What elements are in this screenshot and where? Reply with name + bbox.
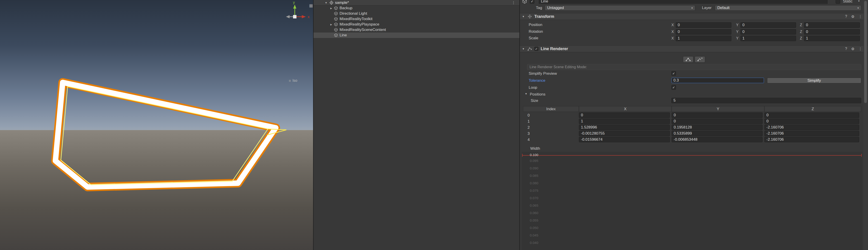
transform-row-rotation: RotationX0Y0Z0 bbox=[520, 29, 868, 35]
positions-foldout-arrow-icon[interactable]: ▼ bbox=[525, 93, 527, 95]
scene-name: sample* bbox=[335, 0, 349, 5]
position-cell-field[interactable]: 0 bbox=[672, 112, 763, 118]
create-points-button[interactable] bbox=[695, 56, 705, 63]
axis-label-x: X bbox=[672, 23, 674, 27]
hierarchy-item-label: MixedRealitySceneContent bbox=[340, 28, 386, 32]
static-checkbox[interactable] bbox=[836, 0, 840, 4]
simplify-button[interactable]: Simplify bbox=[767, 78, 861, 83]
hierarchy-item[interactable]: ▶MixedRealityPlayspace bbox=[314, 22, 519, 27]
preset-icon[interactable]: ⚙ bbox=[851, 47, 855, 51]
rotation-z-field[interactable]: 0 bbox=[804, 29, 860, 35]
positions-table-header: IndexXYZ bbox=[520, 106, 868, 112]
size-label[interactable]: Size bbox=[531, 99, 538, 103]
property-label[interactable]: Rotation bbox=[529, 29, 543, 34]
position-table-row-0[interactable]: 0000 bbox=[520, 112, 868, 118]
gameobject-enabled-checkbox[interactable]: ✓ bbox=[530, 0, 534, 4]
line-renderer-title: Line Renderer bbox=[541, 46, 568, 51]
tag-dropdown[interactable]: Untagged ▾ bbox=[545, 5, 695, 11]
rotation-y-field[interactable]: 0 bbox=[740, 29, 796, 35]
position-cell-field[interactable]: -2.160706 bbox=[765, 124, 859, 130]
position-table-row-1[interactable]: 1100 bbox=[520, 118, 868, 124]
line-renderer-enabled-checkbox[interactable]: ✓ bbox=[534, 47, 538, 51]
position-cell-field[interactable]: 1.528996 bbox=[579, 124, 670, 130]
position-cell-field[interactable]: 0 bbox=[579, 112, 670, 118]
scene-foldout-arrow-icon[interactable]: ▼ bbox=[325, 1, 329, 4]
tolerance-field[interactable]: 0.3 bbox=[672, 78, 764, 83]
gizmo-center-cube[interactable] bbox=[293, 15, 296, 18]
hierarchy-item[interactable]: MixedRealitySceneContent bbox=[314, 27, 519, 33]
tolerance-label[interactable]: Tolerance bbox=[529, 78, 546, 83]
z-axis-cone[interactable] bbox=[286, 15, 289, 18]
scene-editing-mode-box[interactable]: Line Renderer Scene Editing Mode: bbox=[527, 64, 861, 70]
position-table-row-3[interactable]: 3-0.0012807550.5335899-2.160706 bbox=[520, 131, 868, 137]
edit-points-button[interactable] bbox=[683, 56, 693, 63]
transform-foldout-arrow-icon[interactable]: ▼ bbox=[522, 15, 526, 18]
loop-checkbox[interactable]: ✓ bbox=[672, 85, 676, 90]
rotation-x-field[interactable]: 0 bbox=[676, 29, 731, 35]
scale-x-field[interactable]: 1 bbox=[676, 36, 731, 41]
position-table-row-4[interactable]: 4-0.01596674-0.006853448-2.160706 bbox=[520, 137, 868, 143]
foldout-arrow-icon[interactable]: ▶ bbox=[329, 7, 334, 9]
gameobject-name-field[interactable]: Line bbox=[539, 0, 828, 4]
position-cell-field[interactable]: -2.160706 bbox=[765, 137, 859, 142]
position-x-field[interactable]: 0 bbox=[676, 22, 731, 28]
hierarchy-scene-row[interactable]: ▼ sample* ⋮ bbox=[314, 0, 519, 5]
position-cell-field[interactable]: -0.01596674 bbox=[579, 137, 670, 142]
scene-view[interactable]: y x ▦ ≣ Iso bbox=[0, 0, 313, 250]
position-cell-field[interactable]: 0.5335899 bbox=[672, 131, 763, 136]
position-cell-field[interactable]: 1 bbox=[579, 118, 670, 124]
projection-label: Iso bbox=[292, 79, 297, 83]
positions-foldout-row[interactable]: ▼ Positions bbox=[520, 92, 868, 97]
position-table-row-2[interactable]: 21.5289960.1958128-2.160706 bbox=[520, 124, 868, 131]
size-field[interactable]: 5 bbox=[672, 98, 861, 103]
width-curve-editor[interactable]: 0.100 0.0950.0900.0850.0800.0750.0700.06… bbox=[522, 152, 863, 250]
position-cell-field[interactable]: -0.001280755 bbox=[579, 131, 670, 136]
curve-tick-label: 0.040 bbox=[530, 241, 538, 245]
projection-mode-toggle[interactable]: ≣ Iso bbox=[289, 79, 297, 83]
preset-icon[interactable]: ⚙ bbox=[851, 14, 855, 19]
position-cell-field[interactable]: 0 bbox=[765, 112, 859, 118]
scale-y-field[interactable]: 1 bbox=[740, 36, 796, 41]
kebab-menu-icon[interactable]: ⋮ bbox=[859, 14, 862, 19]
transform-row-position: PositionX0Y0Z0 bbox=[520, 22, 868, 29]
hierarchy-item[interactable]: ▶Backup bbox=[314, 5, 519, 11]
static-dropdown-arrow-icon[interactable]: ▾ bbox=[858, 0, 860, 2]
kebab-menu-icon[interactable]: ⋮ bbox=[512, 0, 515, 5]
foldout-arrow-icon[interactable]: ▶ bbox=[329, 23, 334, 26]
line-renderer-header[interactable]: ▼ ✓ Line Renderer ? ⚙ ⋮ bbox=[520, 45, 868, 52]
positions-column-header-z: Z bbox=[765, 106, 861, 112]
polygon-outline bbox=[55, 82, 276, 187]
position-cell-field[interactable]: 0 bbox=[672, 118, 763, 124]
hierarchy-item[interactable]: Line bbox=[314, 33, 519, 38]
help-icon[interactable]: ? bbox=[845, 14, 847, 19]
line-renderer-foldout-arrow-icon[interactable]: ▼ bbox=[522, 47, 526, 50]
position-cell-field[interactable]: -2.160706 bbox=[765, 131, 859, 136]
positions-column-header-x: X bbox=[579, 106, 672, 112]
property-label[interactable]: Position bbox=[529, 23, 542, 27]
projection-icon: ≣ bbox=[289, 79, 291, 82]
transform-header[interactable]: ▼ Transform ? ⚙ ⋮ bbox=[520, 13, 868, 20]
position-cell-field[interactable]: 0 bbox=[765, 118, 859, 124]
width-curve-line[interactable] bbox=[522, 155, 862, 155]
scrollbar-thumb[interactable] bbox=[864, 1, 867, 103]
position-cell-field[interactable]: 0.1958128 bbox=[672, 124, 763, 130]
position-index: 3 bbox=[528, 132, 530, 136]
orientation-gizmo[interactable]: y x bbox=[280, 0, 313, 29]
scale-z-field[interactable]: 1 bbox=[804, 36, 860, 41]
position-cell-field[interactable]: -0.006853448 bbox=[672, 137, 763, 142]
hierarchy-item[interactable]: MixedRealityToolkit bbox=[314, 16, 519, 22]
y-axis-cone[interactable] bbox=[293, 4, 296, 9]
curve-tick-label: 0.055 bbox=[530, 218, 538, 222]
help-icon[interactable]: ? bbox=[845, 47, 847, 51]
layer-dropdown[interactable]: Default ▾ bbox=[715, 5, 861, 11]
hierarchy-item-label: Line bbox=[340, 33, 347, 37]
position-z-field[interactable]: 0 bbox=[804, 22, 860, 28]
simplify-preview-checkbox[interactable]: ✓ bbox=[672, 71, 676, 76]
kebab-menu-icon[interactable]: ⋮ bbox=[859, 47, 862, 51]
x-axis-cone[interactable] bbox=[302, 15, 306, 18]
position-y-field[interactable]: 0 bbox=[740, 22, 796, 28]
hierarchy-item[interactable]: Directional Light bbox=[314, 11, 519, 16]
inspector-scrollbar[interactable] bbox=[864, 0, 868, 250]
grid-toggle-icon[interactable]: ▦ bbox=[309, 4, 313, 8]
property-label[interactable]: Scale bbox=[529, 36, 538, 40]
